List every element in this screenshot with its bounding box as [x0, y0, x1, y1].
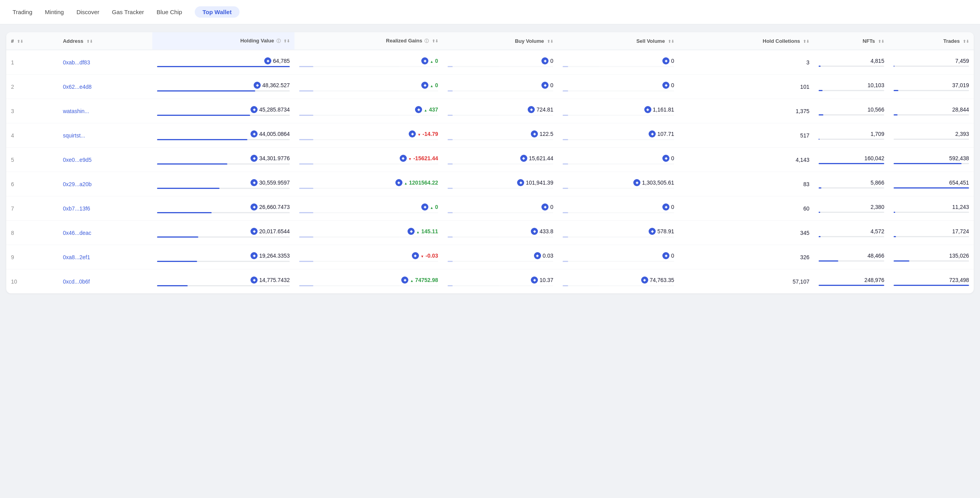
eth-icon-gain: ◈ — [421, 203, 428, 211]
realized-gain-value: 437 — [429, 106, 438, 113]
sell-volume-value: 0 — [671, 58, 674, 64]
holding-value-cell: ◈ 45,285.8734 — [152, 99, 294, 123]
nfts-value: 4,572 — [870, 228, 884, 234]
address-link[interactable]: watashin... — [63, 108, 89, 114]
gain-direction-icon — [408, 155, 412, 161]
buy-volume-value: 15,621.44 — [529, 155, 553, 161]
trades-bar — [894, 260, 969, 262]
table-body: 10xab...df83 ◈ 64,785 ◈ 0 — [6, 50, 974, 293]
rank-cell: 5 — [6, 148, 58, 172]
nav-item-gas-tracker[interactable]: Gas Tracker — [112, 6, 144, 18]
address-cell: squirtst... — [58, 123, 152, 148]
sell-bar — [563, 66, 674, 67]
address-cell: 0xab...df83 — [58, 50, 152, 75]
address-link[interactable]: 0xcd...0b6f — [63, 278, 90, 285]
gain-bar — [299, 188, 438, 189]
address-link[interactable]: 0x29...a20b — [63, 181, 91, 187]
sort-icon: ⬆⬇ — [803, 39, 809, 44]
address-cell: 0xcd...0b6f — [58, 269, 152, 294]
address-link[interactable]: 0xe0...e9d5 — [63, 157, 91, 163]
buy-volume-cell: ◈ 122.5 — [443, 123, 558, 148]
eth-icon-gain: ◈ — [395, 179, 402, 186]
nfts-cell: 160,042 — [814, 148, 889, 172]
sell-volume-value: 578.91 — [657, 228, 674, 234]
trades-cell: 654,451 — [889, 172, 974, 196]
col-header-holding-value[interactable]: Holding Value ⓘ ⬆⬇ — [152, 32, 294, 50]
holding-value-cell: ◈ 48,362.527 — [152, 75, 294, 99]
nfts-value: 4,815 — [870, 58, 884, 64]
gain-bar — [299, 90, 438, 92]
buy-bar — [448, 236, 553, 238]
eth-icon-sell: ◈ — [662, 203, 669, 211]
eth-icon-gain: ◈ — [421, 82, 428, 89]
address-link[interactable]: 0x46...deac — [63, 230, 91, 236]
trades-value: 135,026 — [949, 253, 969, 259]
trades-bar — [894, 236, 969, 237]
eth-icon-sell: ◈ — [662, 155, 669, 162]
eth-icon: ◈ — [250, 276, 258, 284]
col-header-#[interactable]: # ⬆⬇ — [6, 32, 58, 50]
address-link[interactable]: 0xa8...2ef1 — [63, 254, 90, 260]
rank-cell: 9 — [6, 245, 58, 269]
top-wallet-table: # ⬆⬇Address ⬆⬇Holding Value ⓘ ⬆⬇Realized… — [6, 32, 974, 293]
address-link[interactable]: 0xab...df83 — [63, 59, 90, 66]
eth-icon-buy: ◈ — [531, 228, 538, 235]
realized-gain-cell: ◈ -15621.44 — [294, 148, 443, 172]
buy-volume-cell: ◈ 10.37 — [443, 269, 558, 294]
nav-item-top-wallet[interactable]: Top Wallet — [195, 6, 240, 18]
trades-value: 7,459 — [955, 58, 969, 64]
hold-collections-cell: 101 — [679, 75, 814, 99]
col-header-sell-volume[interactable]: Sell Volume ⬆⬇ — [558, 32, 679, 50]
nfts-bar — [819, 163, 884, 164]
nav-item-minting[interactable]: Minting — [45, 6, 64, 18]
table-row: 4squirtst... ◈ 44,005.0864 ◈ -14.79 — [6, 123, 974, 148]
eth-icon-sell: ◈ — [644, 106, 651, 113]
buy-volume-cell: ◈ 0 — [443, 75, 558, 99]
nav-item-discover[interactable]: Discover — [77, 6, 99, 18]
holding-value-cell: ◈ 19,264.3353 — [152, 245, 294, 269]
rank-cell: 3 — [6, 99, 58, 123]
sell-volume-value: 74,763.35 — [650, 277, 674, 283]
eth-icon-buy: ◈ — [541, 57, 549, 64]
hold-collections-cell: 1,375 — [679, 99, 814, 123]
address-link[interactable]: squirtst... — [63, 132, 85, 139]
address-cell: watashin... — [58, 99, 152, 123]
buy-volume-value: 0 — [550, 58, 553, 64]
sell-volume-value: 107.71 — [657, 131, 674, 137]
trades-bar — [894, 163, 969, 164]
nfts-cell: 4,815 — [814, 50, 889, 75]
nav-item-trading[interactable]: Trading — [13, 6, 32, 18]
sell-volume-cell: ◈ 1,161.81 — [558, 99, 679, 123]
trades-value: 592,438 — [949, 155, 969, 161]
sort-icon: ⬆⬇ — [86, 39, 93, 44]
gain-bar — [299, 236, 438, 238]
trades-cell: 592,438 — [889, 148, 974, 172]
holding-bar — [157, 261, 290, 262]
nav-item-blue-chip[interactable]: Blue Chip — [157, 6, 182, 18]
col-header-trades[interactable]: Trades ⬆⬇ — [889, 32, 974, 50]
col-header-address[interactable]: Address ⬆⬇ — [58, 32, 152, 50]
address-link[interactable]: 0xb7...13f6 — [63, 205, 90, 212]
trades-bar — [894, 66, 969, 67]
eth-icon-buy: ◈ — [517, 179, 524, 186]
eth-icon-gain: ◈ — [401, 276, 408, 284]
nfts-value: 48,466 — [867, 253, 884, 259]
nfts-value: 160,042 — [865, 155, 885, 161]
rank-cell: 4 — [6, 123, 58, 148]
nfts-value: 248,976 — [865, 277, 885, 283]
col-header-buy-volume[interactable]: Buy Volume ⬆⬇ — [443, 32, 558, 50]
col-header-hold-colletions[interactable]: Hold Colletions ⬆⬇ — [679, 32, 814, 50]
realized-gain-value: 74752.98 — [415, 277, 438, 283]
buy-bar — [448, 163, 553, 165]
holding-value: 20,017.6544 — [259, 228, 290, 234]
trades-value: 654,451 — [949, 179, 969, 186]
holding-value-cell: ◈ 14,775.7432 — [152, 269, 294, 294]
address-link[interactable]: 0x62...e4d8 — [63, 84, 91, 90]
sell-volume-cell: ◈ 74,763.35 — [558, 269, 679, 294]
col-header-nfts[interactable]: NFTs ⬆⬇ — [814, 32, 889, 50]
sell-volume-cell: ◈ 1,303,505.61 — [558, 172, 679, 196]
eth-icon-buy: ◈ — [528, 106, 535, 113]
col-header-realized-gains[interactable]: Realized Gains ⓘ ⬆⬇ — [294, 32, 443, 50]
realized-gain-value: -0.03 — [426, 253, 438, 259]
trades-bar — [894, 285, 969, 286]
